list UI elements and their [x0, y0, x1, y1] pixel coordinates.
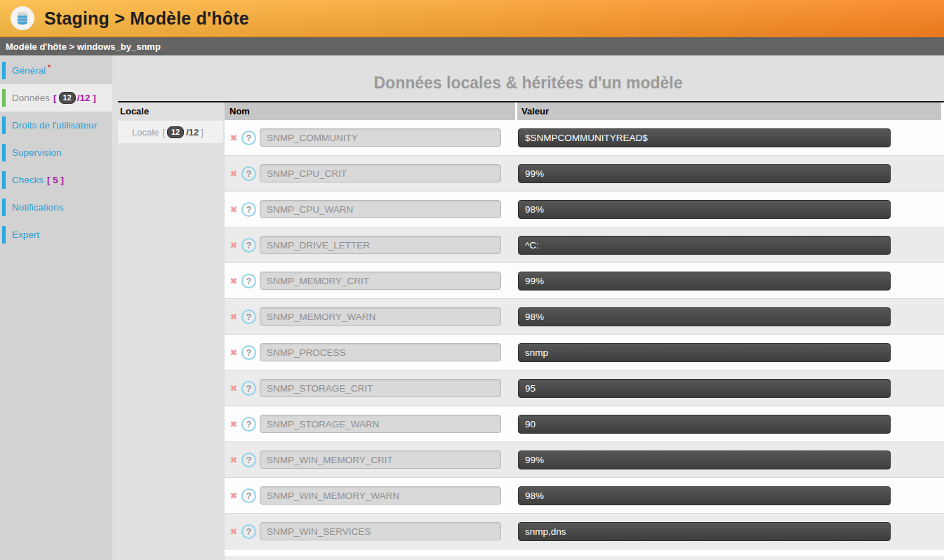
- delete-icon[interactable]: ✖: [229, 347, 239, 358]
- breadcrumb: Modèle d'hôte > windows_by_snmp: [0, 37, 944, 55]
- data-name-input[interactable]: [260, 379, 501, 397]
- table-row: ✖ ?: [225, 263, 944, 299]
- help-icon[interactable]: ?: [241, 417, 256, 432]
- data-value-input[interactable]: [518, 486, 891, 505]
- section-title: Données locales & héritées d'un modèle: [112, 74, 944, 93]
- delete-icon[interactable]: ✖: [229, 526, 239, 537]
- delete-icon[interactable]: ✖: [229, 276, 239, 286]
- sidebar-item-label: Général: [12, 65, 46, 76]
- data-name-input[interactable]: [260, 128, 501, 147]
- sidebar-item[interactable]: Droits de l'utilisateur: [0, 112, 112, 139]
- data-value-input[interactable]: [518, 200, 891, 219]
- data-name-input[interactable]: [260, 486, 501, 505]
- database-icon: [11, 6, 34, 30]
- help-icon[interactable]: ?: [241, 381, 256, 396]
- delete-icon[interactable]: ✖: [229, 491, 239, 501]
- table-row: ✖ ?: [225, 514, 944, 549]
- delete-icon[interactable]: ✖: [229, 133, 239, 143]
- data-value-input[interactable]: [518, 272, 891, 291]
- data-name-input[interactable]: [260, 164, 501, 182]
- locale-bracket-open: [: [162, 127, 165, 138]
- count-bracket-close: /12 ]: [77, 93, 96, 103]
- table-row: ✖ ?: [225, 156, 944, 192]
- sidebar-item[interactable]: Expert: [0, 221, 112, 248]
- help-icon[interactable]: ?: [241, 453, 256, 467]
- table-row: ✖ ?: [225, 120, 944, 156]
- table-header-row: Nom Valeur: [225, 102, 944, 120]
- sidebar-item-label: Checks: [12, 175, 44, 185]
- data-value-input[interactable]: [518, 164, 891, 183]
- table-footer-strip: [225, 556, 944, 560]
- host-template-page: Staging > Modèle d'hôte Modèle d'hôte > …: [0, 0, 944, 560]
- count-badge: 12: [59, 92, 76, 104]
- data-value-input[interactable]: [518, 307, 891, 326]
- table-row: ✖ ?: [225, 299, 944, 335]
- empty-row-gap: [225, 549, 944, 556]
- data-name-input[interactable]: [260, 200, 501, 218]
- table-row: ✖ ?: [225, 478, 944, 514]
- help-icon[interactable]: ?: [241, 166, 256, 181]
- table-row: ✖ ?: [225, 442, 944, 478]
- delete-icon[interactable]: ✖: [229, 312, 239, 322]
- data-value-input[interactable]: [518, 236, 891, 255]
- delete-icon[interactable]: ✖: [229, 204, 239, 215]
- data-value-input[interactable]: [518, 128, 891, 147]
- column-header-nom: Nom: [225, 102, 517, 120]
- data-value-input[interactable]: [518, 379, 891, 398]
- data-value-input[interactable]: [518, 522, 891, 541]
- table-rows: ✖ ? ✖ ?: [225, 120, 944, 549]
- data-name-input[interactable]: [260, 307, 501, 326]
- delete-icon[interactable]: ✖: [229, 240, 239, 251]
- sidebar-item[interactable]: Données [ 12 /12 ]: [0, 84, 112, 112]
- locale-group-item[interactable]: Locale [ 12 /12 ]: [118, 121, 223, 143]
- locale-count-total: /12: [186, 127, 199, 138]
- help-icon[interactable]: ?: [241, 488, 256, 503]
- delete-icon[interactable]: ✖: [229, 419, 239, 429]
- help-icon[interactable]: ?: [241, 131, 256, 145]
- table-row: ✖ ?: [225, 192, 944, 227]
- main-content: Données locales & héritées d'un modèle L…: [112, 55, 944, 560]
- sidebar-item[interactable]: Checks [ 5 ]: [0, 166, 112, 194]
- data-table: Nom Valeur ✖ ?: [225, 102, 944, 560]
- sidebar-item-label: Notifications: [12, 202, 64, 213]
- data-name-input[interactable]: [260, 343, 501, 361]
- data-value-input[interactable]: [518, 343, 891, 362]
- sidebar-item[interactable]: Supervision: [0, 139, 112, 166]
- count-bracket-open: [: [53, 93, 57, 103]
- page-title: Staging > Modèle d'hôte: [44, 8, 249, 29]
- data-name-input[interactable]: [260, 522, 501, 540]
- sidebar-item-label: Supervision: [12, 147, 62, 158]
- delete-icon[interactable]: ✖: [229, 383, 239, 394]
- required-asterisk: *: [48, 63, 51, 72]
- help-icon[interactable]: ?: [241, 309, 256, 324]
- data-name-input[interactable]: [260, 272, 501, 290]
- data-name-input[interactable]: [260, 451, 501, 469]
- sidebar: Général * Données [ 12 /12 ] Droits de l…: [0, 55, 112, 560]
- locale-panel: Locale Locale [ 12 /12 ]: [118, 102, 225, 560]
- sidebar-item-label: Données: [12, 93, 50, 103]
- help-icon[interactable]: ?: [241, 202, 256, 217]
- help-icon[interactable]: ?: [241, 524, 256, 539]
- data-name-input[interactable]: [260, 415, 501, 433]
- data-section: Locale Locale [ 12 /12 ] Nom Valeur: [118, 101, 944, 560]
- delete-icon[interactable]: ✖: [229, 168, 239, 179]
- data-value-input[interactable]: [518, 451, 891, 469]
- table-row: ✖ ?: [225, 406, 944, 442]
- table-row: ✖ ?: [225, 227, 944, 263]
- data-value-input[interactable]: [518, 415, 891, 434]
- delete-icon[interactable]: ✖: [229, 455, 239, 465]
- sidebar-item-label: Expert: [12, 229, 39, 240]
- help-icon[interactable]: ?: [241, 345, 256, 360]
- sidebar-item[interactable]: Général *: [0, 57, 112, 84]
- table-row: ✖ ?: [225, 371, 944, 406]
- locale-column-header: Locale: [118, 102, 225, 120]
- sidebar-item[interactable]: Notifications: [0, 194, 112, 221]
- app-header: Staging > Modèle d'hôte: [0, 0, 944, 37]
- sidebar-item-label: Droits de l'utilisateur: [12, 120, 97, 131]
- help-icon[interactable]: ?: [241, 274, 256, 288]
- locale-item-label: Locale: [132, 127, 159, 138]
- locale-count-badge: 12: [167, 126, 184, 138]
- help-icon[interactable]: ?: [241, 238, 256, 253]
- locale-bracket-close: ]: [201, 127, 204, 138]
- data-name-input[interactable]: [260, 236, 501, 254]
